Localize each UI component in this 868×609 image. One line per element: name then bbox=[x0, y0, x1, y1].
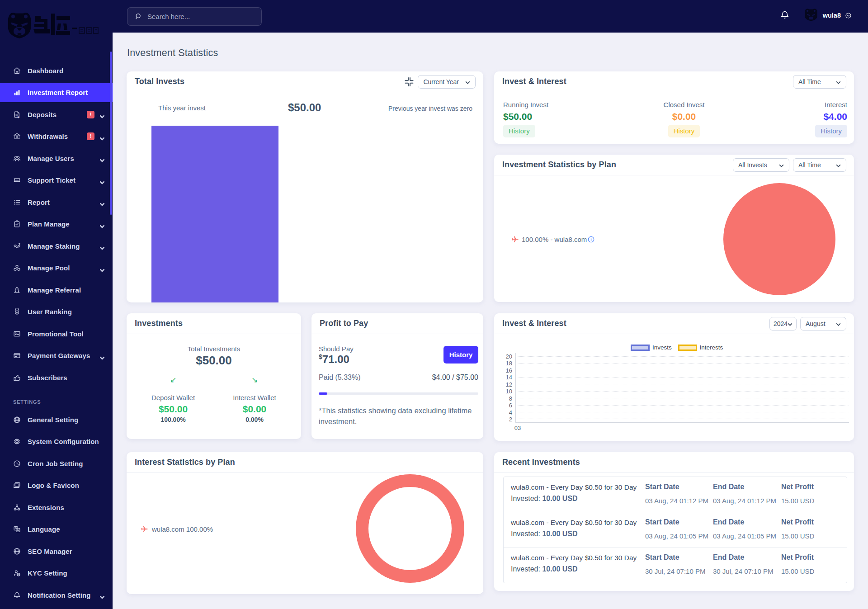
svg-text:$: $ bbox=[18, 114, 20, 118]
